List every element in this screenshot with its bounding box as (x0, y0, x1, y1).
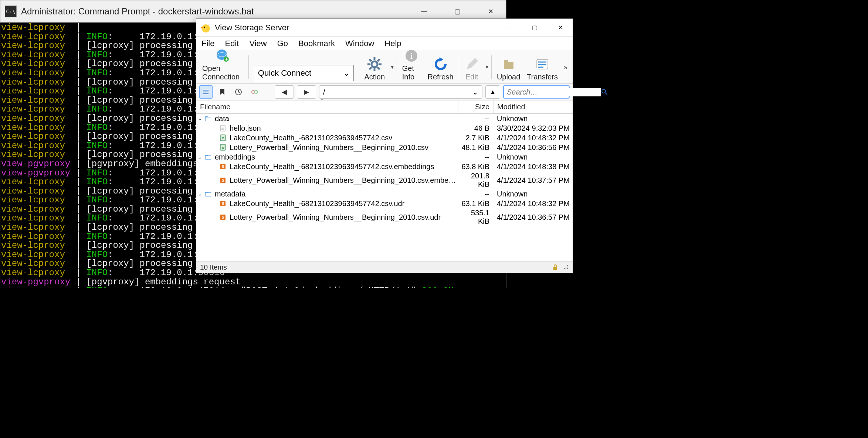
nav-back-button[interactable]: ◀ (275, 85, 294, 99)
svg-rect-16 (504, 60, 508, 62)
file-modified: 4/1/2024 10:37:57 PM (493, 176, 573, 185)
svg-point-0 (202, 24, 210, 32)
toolbar: Open Connection Quick Connect ⌄ Action ▼… (196, 51, 573, 84)
resize-grip-icon[interactable] (563, 264, 569, 271)
upload-button[interactable]: Upload (494, 52, 523, 82)
close-button[interactable]: ✕ (479, 4, 502, 19)
file-icon (218, 124, 227, 133)
quick-connect-dropdown[interactable]: Quick Connect ⌄ (251, 52, 357, 82)
status-bar: 10 Items (196, 261, 573, 273)
file-row[interactable]: XLakeCounty_Health_-6821310239639457742.… (196, 133, 573, 143)
expand-toggle[interactable]: ⌄ (196, 154, 204, 160)
file-name: Lottery_Powerball_Winning_Numbers__Begin… (230, 176, 458, 185)
expand-toggle[interactable]: ⌄ (196, 116, 204, 122)
nav-up-button[interactable]: ▲ (485, 85, 500, 99)
file-row[interactable]: hello.json46 B3/30/2024 9:32:03 PM (196, 123, 573, 133)
toolbar-overflow-button[interactable]: » (562, 64, 570, 71)
history-view-button[interactable] (232, 85, 245, 99)
svg-text:S: S (222, 178, 224, 182)
toolbar-separator (459, 55, 459, 79)
column-size[interactable]: Size (458, 100, 493, 113)
menu-file[interactable]: File (201, 39, 214, 48)
search-field[interactable] (503, 85, 570, 99)
svg-text:S: S (222, 202, 224, 206)
folder-row[interactable]: ⌄embeddings--Unknown (196, 152, 573, 162)
menu-window[interactable]: Window (345, 39, 374, 48)
svg-text:S: S (222, 215, 224, 219)
menu-help[interactable]: Help (384, 39, 401, 48)
file-modified: 3/30/2024 9:32:03 PM (493, 124, 573, 133)
csv-icon: X (218, 133, 227, 142)
maximize-button[interactable]: ▢ (446, 4, 468, 19)
refresh-icon (433, 57, 448, 72)
file-name: LakeCounty_Health_-6821310239639457742.c… (230, 162, 458, 171)
csv-icon: X (218, 143, 227, 152)
path-dropdown[interactable]: / ⌄ (319, 85, 482, 99)
bonjour-view-button[interactable] (248, 85, 261, 99)
svg-line-11 (369, 67, 372, 69)
terminal-title: Administrator: Command Prompt - dockerst… (21, 6, 413, 17)
s-icon: S (218, 199, 227, 208)
action-button[interactable]: Action (362, 52, 388, 82)
file-size: -- (458, 153, 493, 161)
file-row[interactable]: SLottery_Powerball_Winning_Numbers__Begi… (196, 208, 573, 226)
search-input[interactable] (507, 88, 601, 96)
maximize-button[interactable]: ▢ (526, 22, 543, 33)
s-icon: S (218, 213, 227, 222)
svg-rect-31 (206, 117, 211, 121)
list-view-button[interactable] (199, 85, 213, 99)
quick-connect-label: Quick Connect (258, 68, 311, 78)
svg-point-57 (567, 265, 568, 266)
svg-point-1 (204, 27, 205, 28)
file-modified: Unknown (493, 190, 573, 198)
menu-bookmark[interactable]: Bookmark (298, 39, 335, 48)
file-row[interactable]: XLottery_Powerball_Winning_Numbers__Begi… (196, 143, 573, 152)
minimize-button[interactable]: — (413, 4, 435, 19)
menu-go[interactable]: Go (277, 39, 288, 48)
toolbar-separator (491, 55, 492, 79)
svg-point-4 (372, 61, 377, 67)
s-icon: S (218, 162, 227, 171)
action-dropdown-icon[interactable]: ▼ (390, 65, 394, 70)
svg-point-60 (564, 268, 565, 268)
globe-plus-icon (215, 48, 231, 64)
file-modified: 4/1/2024 10:48:32 PM (493, 134, 573, 142)
menu-view[interactable]: View (249, 39, 267, 48)
edit-button[interactable]: Edit (461, 52, 482, 82)
open-connection-button[interactable]: Open Connection (199, 52, 246, 82)
get-info-button[interactable]: i Get Info (399, 52, 424, 82)
cmd-icon: C:\ (5, 6, 17, 17)
menu-edit[interactable]: Edit (225, 39, 239, 48)
file-list[interactable]: ⌄data--Unknownhello.json46 B3/30/2024 9:… (196, 114, 573, 261)
folder-icon (204, 114, 213, 123)
folder-row[interactable]: ⌄data--Unknown (196, 114, 573, 123)
file-row[interactable]: SLakeCounty_Health_-6821310239639457742.… (196, 199, 573, 208)
menu-bar: FileEditViewGoBookmarkWindowHelp (196, 37, 573, 51)
toolbar-separator (248, 55, 249, 79)
file-row[interactable]: SLakeCounty_Health_-6821310239639457742.… (196, 162, 573, 171)
file-name: embeddings (215, 153, 458, 161)
file-modified: Unknown (493, 153, 573, 161)
column-modified[interactable]: Modified (493, 100, 573, 113)
svg-rect-56 (553, 267, 557, 270)
refresh-button[interactable]: Refresh (425, 52, 457, 82)
close-button[interactable]: ✕ (552, 22, 569, 33)
bookmark-view-button[interactable] (216, 85, 229, 99)
nav-forward-button[interactable]: ▶ (297, 85, 316, 99)
column-filename[interactable]: Filename (196, 100, 458, 113)
minimize-button[interactable]: — (500, 22, 517, 33)
svg-line-28 (605, 93, 607, 95)
file-size: 201.8 KiB (458, 172, 493, 189)
file-modified: 4/1/2024 10:36:56 PM (493, 143, 573, 152)
svg-line-12 (377, 59, 380, 61)
file-size: 48.1 KiB (458, 143, 493, 152)
folder-row[interactable]: ⌄metadata--Unknown (196, 189, 573, 199)
svg-point-27 (602, 89, 606, 93)
upload-icon (501, 57, 516, 72)
expand-toggle[interactable]: ⌄ (196, 191, 204, 197)
file-row[interactable]: SLottery_Powerball_Winning_Numbers__Begi… (196, 171, 573, 189)
column-headers: ⌃ Filename Size Modified (196, 100, 573, 114)
edit-dropdown-icon[interactable]: ▼ (485, 65, 489, 70)
transfers-button[interactable]: Transfers (524, 52, 561, 82)
sort-indicator-icon: ⌃ (320, 98, 324, 103)
